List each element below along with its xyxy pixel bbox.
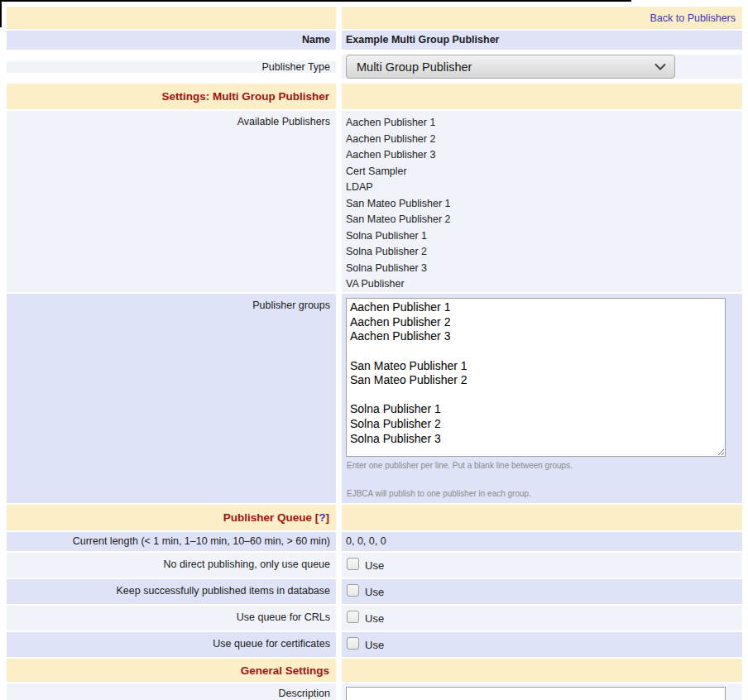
queue-for-crls-row: Use queue for CRLs Use — [7, 606, 742, 630]
available-publishers-row: Available Publishers Aachen Publisher 1 … — [7, 111, 742, 292]
queue-for-certificates-label: Use queue for certificates — [7, 632, 336, 650]
queue-for-certificates-checkbox[interactable] — [347, 637, 359, 650]
screenshot-top-border-artifact — [0, 0, 631, 2]
name-row: Name Example Multi Group Publisher — [7, 31, 742, 50]
keep-published-items-label: Keep successfully published items in dat… — [7, 579, 336, 597]
top-bar-left-cell — [7, 7, 336, 29]
keep-published-items-checkbox[interactable] — [347, 584, 359, 597]
publisher-list-item: Aachen Publisher 2 — [346, 132, 742, 148]
publisher-list-item: San Mateo Publisher 2 — [346, 212, 742, 228]
available-publishers-label: Available Publishers — [7, 111, 336, 127]
current-length-label: Current length (< 1 min, 1–10 min, 10–60… — [7, 532, 336, 551]
publisher-list-item: Solna Publisher 2 — [346, 244, 742, 261]
keep-published-items-row: Keep successfully published items in dat… — [7, 579, 742, 604]
description-label: Description — [7, 683, 336, 699]
publisher-list-item: Solna Publisher 1 — [346, 228, 742, 245]
use-label: Use — [365, 637, 384, 651]
publisher-queue-header: Publisher Queue [?] — [7, 511, 336, 524]
publisher-type-select-wrap: Multi Group Publisher — [346, 55, 675, 79]
queue-for-crls-checkbox[interactable] — [347, 611, 359, 623]
use-label: Use — [365, 558, 384, 572]
publisher-list-item: VA Publisher — [346, 276, 742, 293]
no-direct-publishing-label: No direct publishing, only use queue — [7, 553, 336, 570]
publisher-type-label: Publisher Type — [7, 61, 336, 73]
queue-for-certificates-row: Use queue for certificates Use — [7, 632, 742, 657]
publisher-groups-textarea[interactable]: Aachen Publisher 1 Aachen Publisher 2 Aa… — [346, 298, 726, 457]
description-input[interactable] — [346, 687, 726, 700]
use-label: Use — [365, 611, 384, 625]
name-value: Example Multi Group Publisher — [342, 31, 742, 50]
queue-for-crls-label: Use queue for CRLs — [7, 606, 336, 623]
use-label: Use — [365, 584, 384, 598]
settings-section-header: Settings: Multi Group Publisher — [7, 90, 336, 103]
publisher-list-item: Cert Sampler — [346, 164, 742, 180]
name-label: Name — [7, 31, 336, 50]
publisher-queue-section-row: Publisher Queue [?] — [7, 505, 742, 530]
current-length-row: Current length (< 1 min, 1–10 min, 10–60… — [7, 532, 742, 551]
publisher-type-row: Publisher Type Multi Group Publisher — [7, 51, 742, 82]
publisher-groups-row: Publisher groups Aachen Publisher 1 Aach… — [7, 294, 742, 503]
publisher-type-select[interactable]: Multi Group Publisher — [346, 55, 675, 79]
groups-hint-line1: Enter one publisher per line. Put a blan… — [347, 461, 742, 470]
available-publishers-list: Aachen Publisher 1 Aachen Publisher 2 Aa… — [342, 111, 742, 293]
publisher-list-item: LDAP — [346, 180, 742, 196]
groups-hint-line2: EJBCA will publish to one publisher in e… — [347, 489, 742, 498]
help-link[interactable]: ? — [319, 511, 325, 524]
no-direct-publishing-row: No direct publishing, only use queue Use — [7, 553, 742, 578]
description-row: Description — [7, 683, 742, 700]
general-settings-header: General Settings — [7, 664, 336, 677]
current-length-value: 0, 0, 0, 0 — [342, 532, 742, 551]
edit-publisher-page: Back to Publishers Name Example Multi Gr… — [0, 0, 748, 700]
publisher-groups-label: Publisher groups — [7, 294, 336, 311]
no-direct-publishing-checkbox[interactable] — [347, 558, 359, 570]
publisher-list-item: San Mateo Publisher 1 — [346, 196, 742, 213]
publisher-list-item: Aachen Publisher 1 — [346, 115, 742, 132]
screenshot-left-border-artifact — [0, 0, 2, 27]
settings-section-row: Settings: Multi Group Publisher — [7, 84, 742, 109]
publisher-list-item: Solna Publisher 3 — [346, 261, 742, 277]
back-to-publishers-link[interactable]: Back to Publishers — [650, 12, 736, 24]
top-bar: Back to Publishers — [7, 7, 742, 29]
general-settings-section-row: General Settings — [7, 659, 742, 682]
publisher-list-item: Aachen Publisher 3 — [346, 147, 742, 164]
top-bar-right-cell: Back to Publishers — [342, 7, 742, 29]
